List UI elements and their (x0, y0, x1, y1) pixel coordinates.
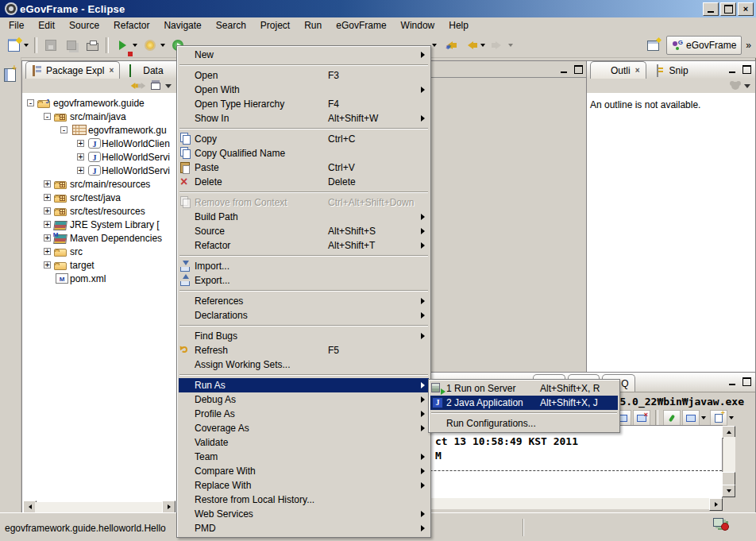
print-button[interactable] (82, 35, 102, 56)
display-console-button[interactable] (682, 410, 700, 426)
context-menu-item-assign-working-sets[interactable]: Assign Working Sets... (179, 357, 429, 372)
forward-button[interactable] (488, 35, 508, 56)
minus-toggle-icon[interactable]: - (44, 113, 51, 120)
context-menu-item-open-with[interactable]: Open With (179, 83, 429, 97)
vertical-scrollbar[interactable] (723, 437, 735, 475)
tree-item-egovframework-guide[interactable]: -egovframework.guide (22, 96, 176, 110)
menubar-item-egovframe[interactable]: eGovFrame (329, 18, 393, 33)
back-button[interactable] (460, 35, 480, 56)
fast-view-icon[interactable] (4, 68, 16, 82)
plus-toggle-icon[interactable]: + (44, 207, 51, 214)
minimize-view-button[interactable] (557, 64, 569, 75)
forward-icon[interactable] (141, 83, 146, 89)
view-menu-icon[interactable] (744, 84, 750, 88)
run-as-submenu-item-2-java-application[interactable]: 2 Java ApplicationAlt+Shift+X, J (430, 396, 618, 410)
context-menu-item-replace-with[interactable]: Replace With (179, 478, 429, 493)
plus-toggle-icon[interactable]: + (77, 167, 84, 174)
menubar-item-refactor[interactable]: Refactor (106, 18, 156, 33)
tree-item-helloworldservi[interactable]: +HelloWorldServi (22, 164, 176, 177)
context-menu-item-pmd[interactable]: PMD (179, 521, 429, 535)
forward-dropdown-icon[interactable] (508, 44, 513, 47)
view-menu-icon[interactable] (165, 84, 172, 88)
close-button[interactable]: × (738, 2, 754, 16)
minimize-button[interactable] (703, 2, 719, 16)
maximize-view-button[interactable] (573, 64, 584, 75)
context-menu-item-open[interactable]: OpenF3 (179, 68, 429, 83)
perspective-chevron-icon[interactable]: » (744, 40, 753, 51)
plus-toggle-icon[interactable]: + (77, 140, 84, 147)
menubar-item-run[interactable]: Run (297, 18, 329, 33)
context-menu-item-copy-qualified-name[interactable]: Copy Qualified Name (179, 146, 429, 160)
back-icon[interactable] (131, 83, 136, 89)
debug-dropdown-icon[interactable] (160, 44, 165, 47)
context-menu-item-build-path[interactable]: Build Path (179, 210, 429, 224)
context-menu-item-restore-from-local-history[interactable]: Restore from Local History... (179, 493, 429, 507)
tree-item-egovframework-gu[interactable]: -egovframework.gu (22, 123, 176, 137)
menubar-item-help[interactable]: Help (442, 18, 476, 33)
horizontal-scrollbar[interactable] (35, 502, 164, 513)
display-console-dropdown-icon[interactable] (701, 416, 706, 419)
tab-snippets[interactable]: Snip (649, 61, 695, 79)
context-menu-item-profile-as[interactable]: Profile As (179, 407, 429, 421)
context-menu-item-paste[interactable]: PasteCtrl+V (179, 160, 429, 175)
tree-item-src-test-resources[interactable]: +src/test/resources (22, 204, 176, 218)
context-menu-item-team[interactable]: Team (179, 450, 429, 464)
tree-item-src[interactable]: +src (22, 245, 176, 258)
context-menu-item-validate[interactable]: Validate (179, 435, 429, 450)
save-all-button[interactable] (61, 35, 82, 56)
plus-toggle-icon[interactable]: + (77, 153, 84, 160)
menubar-item-edit[interactable]: Edit (31, 18, 62, 33)
debug-button[interactable] (140, 35, 160, 56)
context-menu-item-export[interactable]: Export... (179, 273, 429, 288)
context-menu-item-references[interactable]: References (179, 294, 429, 308)
console-stack-icon[interactable] (713, 518, 727, 529)
show-console-stderr-button[interactable] (633, 410, 650, 426)
menubar-item-file[interactable]: File (2, 18, 31, 33)
plus-toggle-icon[interactable]: + (44, 180, 51, 187)
plus-toggle-icon[interactable]: + (44, 248, 51, 255)
context-menu-item-web-services[interactable]: Web Services (179, 507, 429, 521)
scroll-right-button[interactable] (162, 500, 176, 513)
context-menu-item-import[interactable]: Import... (179, 259, 429, 273)
tab-outline[interactable]: Outli × (590, 61, 646, 79)
maximize-view-button[interactable] (741, 64, 753, 75)
context-menu-item-delete[interactable]: DeleteDelete (179, 175, 429, 189)
nav-dropdown-icon[interactable] (432, 44, 437, 47)
close-tab-icon[interactable]: × (109, 67, 114, 75)
run-as-submenu-item-run-configurations[interactable]: Run Configurations... (430, 416, 618, 431)
plus-toggle-icon[interactable]: + (44, 234, 51, 242)
tree-item-maven-dependencies[interactable]: +Maven Dependencies (22, 231, 176, 245)
tree-item-src-test-java[interactable]: +src/test/java (22, 191, 176, 204)
context-menu-item-compare-with[interactable]: Compare With (179, 464, 429, 478)
run-external-tool-button[interactable] (112, 35, 133, 56)
tree-item-pom-xml[interactable]: pom.xml (22, 272, 176, 285)
tree-item-jre-system-library[interactable]: +JRE System Library [ (22, 218, 176, 231)
save-button[interactable] (40, 35, 61, 56)
context-menu-item-copy[interactable]: CopyCtrl+C (179, 132, 429, 146)
tree-item-helloworldservi[interactable]: +HelloWorldServi (22, 150, 176, 164)
context-menu-item-open-type-hierarchy[interactable]: Open Type HierarchyF4 (179, 97, 429, 111)
scroll-down-button[interactable] (722, 485, 735, 497)
context-menu-item-source[interactable]: SourceAlt+Shift+S (179, 224, 429, 238)
new-dropdown-icon[interactable] (24, 44, 29, 47)
minimize-view-button[interactable] (726, 377, 738, 387)
run-external-dropdown-icon[interactable] (133, 44, 137, 47)
menubar-item-window[interactable]: Window (394, 18, 442, 33)
back-dropdown-icon[interactable] (480, 44, 485, 47)
context-menu-item-coverage-as[interactable]: Coverage As (179, 421, 429, 435)
close-tab-icon[interactable]: × (635, 67, 640, 75)
open-console-dropdown-icon[interactable] (729, 416, 734, 419)
tab-data-source-explorer[interactable]: Data (122, 61, 169, 79)
collapse-all-icon[interactable] (151, 83, 160, 90)
context-menu-item-refactor[interactable]: RefactorAlt+Shift+T (179, 238, 429, 253)
perspective-egovframe-button[interactable]: eGovFrame (666, 36, 742, 55)
open-perspective-button[interactable] (643, 35, 664, 56)
context-menu-item-refresh[interactable]: RefreshF5 (179, 343, 429, 357)
minus-toggle-icon[interactable]: - (60, 126, 68, 133)
tree-item-target[interactable]: +target (22, 258, 176, 272)
sort-icon[interactable] (731, 82, 739, 90)
open-console-button[interactable] (710, 410, 727, 426)
tree-item-helloworldclien[interactable]: +HelloWorldClien (22, 137, 176, 150)
context-menu-item-declarations[interactable]: Declarations (179, 308, 429, 323)
new-wizard-button[interactable] (3, 35, 24, 56)
